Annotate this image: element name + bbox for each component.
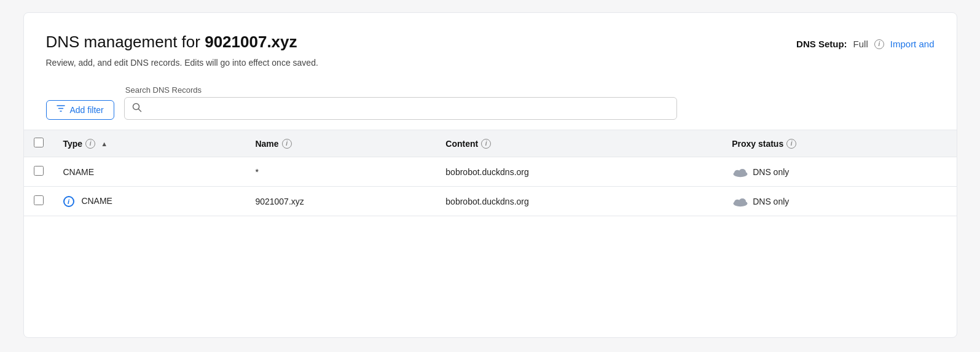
filter-icon [57,105,65,115]
search-box [124,97,677,120]
search-label: Search DNS Records [125,85,935,95]
row-2-name: 9021007.xyz [255,197,304,206]
dns-records-table: Type i ▲ Name i Content [24,130,957,216]
td-checkbox-1 [24,157,53,187]
td-proxy-1: DNS only [722,157,956,187]
svg-line-1 [138,109,141,112]
dns-setup-info-icon[interactable]: i [874,39,884,49]
th-proxy-status: Proxy status i [722,130,956,157]
page-subtitle: Review, add, and edit DNS records. Edits… [46,57,318,69]
row-1-content: bobrobot.duckdns.org [445,167,528,177]
th-name: Name i [245,130,436,157]
import-link[interactable]: Import and [890,39,935,49]
search-input[interactable] [147,104,669,114]
th-type-label: Type [63,139,83,149]
td-checkbox-2 [24,187,53,216]
table-row: CNAME * bobrobot.duckdns.org [24,157,957,187]
th-proxy-status-label: Proxy status [732,139,783,149]
td-name-1: * [245,157,436,187]
table-row: i CNAME 9021007.xyz bobrobot.duckdns.org [24,187,957,216]
row-2-info-icon[interactable]: i [63,196,74,207]
add-filter-label: Add filter [70,105,104,115]
toolbar: Add filter Search DNS Records [46,84,935,130]
td-proxy-2: DNS only [722,187,956,216]
row-1-name: * [255,167,258,177]
search-wrapper: Search DNS Records [124,85,935,120]
cloud-icon-1 [732,166,749,178]
row-1-type: CNAME [63,167,95,177]
filter-area: Add filter [46,84,114,120]
th-content-label: Content [445,139,478,149]
row-2-proxy-status: DNS only [753,197,789,206]
row-2-content: bobrobot.duckdns.org [445,197,528,206]
page-title: DNS management for 9021007.xyz [46,33,318,52]
table-section: Type i ▲ Name i Content [24,130,957,216]
th-checkbox [24,130,53,157]
svg-point-7 [739,198,746,205]
th-type-info-icon[interactable]: i [85,139,95,149]
dns-management-card: DNS management for 9021007.xyz Review, a… [23,12,957,338]
row-2-type: CNAME [81,196,112,206]
th-type-sort-icon[interactable]: ▲ [101,140,108,147]
search-icon [132,103,142,114]
td-content-2: bobrobot.duckdns.org [436,187,722,216]
td-content-1: bobrobot.duckdns.org [436,157,722,187]
th-name-label: Name [255,139,278,149]
header-left: DNS management for 9021007.xyz Review, a… [46,33,318,69]
row-2-checkbox[interactable] [34,195,44,205]
th-name-info-icon[interactable]: i [282,139,292,149]
td-type-1: CNAME [53,157,246,187]
svg-point-4 [739,169,746,175]
row-1-checkbox[interactable] [34,166,44,176]
header-right: DNS Setup: Full i Import and [796,39,934,49]
add-filter-button[interactable]: Add filter [46,100,114,120]
dns-setup-value: Full [853,39,868,49]
th-content-info-icon[interactable]: i [481,139,491,149]
td-type-2: i CNAME [53,187,246,216]
header-row: DNS management for 9021007.xyz Review, a… [46,33,935,69]
table-header-row: Type i ▲ Name i Content [24,130,957,157]
row-1-proxy-status: DNS only [753,167,789,177]
cloud-icon-2 [732,196,749,207]
td-name-2: 9021007.xyz [245,187,436,216]
select-all-checkbox[interactable] [34,138,44,147]
th-type: Type i ▲ [53,130,246,157]
th-proxy-status-info-icon[interactable]: i [786,139,796,149]
th-content: Content i [436,130,722,157]
dns-setup-label: DNS Setup: [796,39,847,49]
